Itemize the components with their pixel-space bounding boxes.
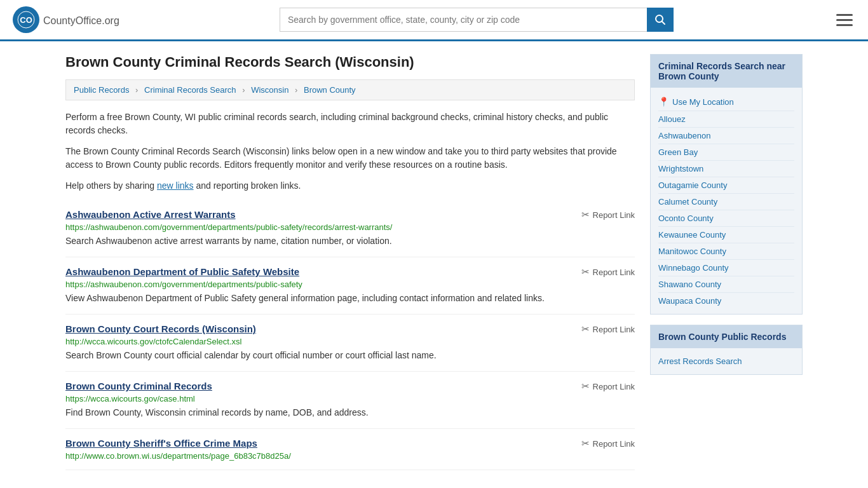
public-records-box-title: Brown County Public Records <box>651 325 802 348</box>
result-title-row: Brown County Criminal Records ✂ Report L… <box>65 381 635 392</box>
result-desc-1: View Ashwaubenon Department of Public Sa… <box>65 292 635 305</box>
intro-paragraph-2: The Brown County Criminal Records Search… <box>65 145 635 172</box>
scissors-icon: ✂ <box>581 209 590 220</box>
result-item: Brown County Court Records (Wisconsin) ✂… <box>65 315 635 372</box>
report-link-1[interactable]: ✂ Report Link <box>581 266 635 278</box>
search-input[interactable] <box>280 8 647 32</box>
result-url-2[interactable]: http://wcca.wicourts.gov/ctofcCalendarSe… <box>65 337 635 346</box>
result-url-0[interactable]: https://ashwaubenon.com/government/depar… <box>65 222 635 232</box>
nearby-link-2[interactable]: Green Bay <box>658 144 794 161</box>
intro-paragraph-1: Perform a free Brown County, WI public c… <box>65 111 635 137</box>
search-button[interactable] <box>647 8 674 32</box>
main-content: Brown County Criminal Records Search (Wi… <box>65 54 635 470</box>
result-title-row: Brown County Court Records (Wisconsin) ✂… <box>65 323 635 335</box>
results-list: Ashwaubenon Active Arrest Warrants ✂ Rep… <box>65 200 635 470</box>
new-links[interactable]: new links <box>157 180 194 191</box>
public-records-box: Brown County Public Records Arrest Recor… <box>650 325 803 375</box>
svg-line-3 <box>661 22 665 25</box>
nearby-link-11[interactable]: Waupaca County <box>658 293 794 309</box>
content-wrapper: Brown County Criminal Records Search (Wi… <box>53 41 815 483</box>
nearby-link-5[interactable]: Calumet County <box>658 194 794 210</box>
sidebar: Criminal Records Search near Brown Count… <box>650 54 803 470</box>
nearby-link-8[interactable]: Manitowoc County <box>658 243 794 260</box>
scissors-icon: ✂ <box>581 438 590 449</box>
result-title-row: Brown County Sheriff's Office Crime Maps… <box>65 438 635 449</box>
report-link-label: Report Link <box>593 210 635 220</box>
svg-text:CO: CO <box>20 15 32 25</box>
nearby-box-title: Criminal Records Search near Brown Count… <box>651 55 802 88</box>
report-link-label: Report Link <box>593 268 635 277</box>
intro-prefix: Help others by sharing <box>65 180 157 191</box>
nearby-box-body: 📍 Use My Location AllouezAshwaubenonGree… <box>651 88 802 314</box>
header: CO CountyOffice.org <box>0 0 868 41</box>
nearby-link-0[interactable]: Allouez <box>658 111 794 128</box>
page-title: Brown County Criminal Records Search (Wi… <box>65 54 635 71</box>
use-location-label: Use My Location <box>672 97 734 107</box>
result-url-1[interactable]: https://ashwaubenon.com/government/depar… <box>65 280 635 289</box>
breadcrumb-sep-3: › <box>295 85 297 95</box>
nearby-link-9[interactable]: Winnebago County <box>658 260 794 276</box>
nearby-link-4[interactable]: Outagamie County <box>658 177 794 194</box>
breadcrumb-criminal-records[interactable]: Criminal Records Search <box>144 85 236 95</box>
result-item: Ashwaubenon Department of Public Safety … <box>65 257 635 315</box>
breadcrumb: Public Records › Criminal Records Search… <box>65 79 635 100</box>
nearby-link-10[interactable]: Shawano County <box>658 276 794 293</box>
public-records-links: Arrest Records Search <box>658 353 794 369</box>
public-records-link-0[interactable]: Arrest Records Search <box>658 353 794 369</box>
breadcrumb-sep-2: › <box>242 85 245 95</box>
result-title-4[interactable]: Brown County Sheriff's Office Crime Maps <box>65 438 257 449</box>
search-icon <box>654 14 666 25</box>
result-item: Brown County Criminal Records ✂ Report L… <box>65 372 635 429</box>
result-title-1[interactable]: Ashwaubenon Department of Public Safety … <box>65 266 299 277</box>
nearby-link-6[interactable]: Oconto County <box>658 210 794 227</box>
logo-text[interactable]: CountyOffice.org <box>43 13 119 27</box>
breadcrumb-public-records[interactable]: Public Records <box>74 85 129 95</box>
use-my-location[interactable]: 📍 Use My Location <box>658 93 794 111</box>
result-desc-3: Find Brown County, Wisconsin criminal re… <box>65 406 635 419</box>
result-desc-2: Search Brown County court official calen… <box>65 349 635 362</box>
result-title-2[interactable]: Brown County Court Records (Wisconsin) <box>65 323 256 334</box>
breadcrumb-sep-1: › <box>135 85 138 95</box>
result-item: Brown County Sheriff's Office Crime Maps… <box>65 429 635 470</box>
nearby-link-1[interactable]: Ashwaubenon <box>658 128 794 144</box>
scissors-icon: ✂ <box>581 381 590 392</box>
breadcrumb-brown-county[interactable]: Brown County <box>304 85 356 95</box>
search-area <box>280 8 674 32</box>
pin-icon: 📍 <box>658 97 669 107</box>
result-title-row: Ashwaubenon Department of Public Safety … <box>65 266 635 278</box>
result-url-4[interactable]: http://www.co.brown.wi.us/departments/pa… <box>65 451 635 461</box>
menu-button[interactable] <box>834 11 855 29</box>
nearby-link-7[interactable]: Kewaunee County <box>658 227 794 243</box>
nearby-link-3[interactable]: Wrightstown <box>658 161 794 177</box>
scissors-icon: ✂ <box>581 323 590 335</box>
intro-suffix: and reporting broken links. <box>194 180 301 191</box>
report-link-2[interactable]: ✂ Report Link <box>581 323 635 335</box>
result-item: Ashwaubenon Active Arrest Warrants ✂ Rep… <box>65 200 635 257</box>
report-link-label: Report Link <box>593 325 635 334</box>
report-link-label: Report Link <box>593 382 635 391</box>
result-title-0[interactable]: Ashwaubenon Active Arrest Warrants <box>65 209 236 220</box>
result-title-row: Ashwaubenon Active Arrest Warrants ✂ Rep… <box>65 209 635 220</box>
result-title-3[interactable]: Brown County Criminal Records <box>65 381 212 391</box>
breadcrumb-wisconsin[interactable]: Wisconsin <box>251 85 288 95</box>
report-link-0[interactable]: ✂ Report Link <box>581 209 635 220</box>
nearby-links: AllouezAshwaubenonGreen BayWrightstownOu… <box>658 111 794 309</box>
report-link-4[interactable]: ✂ Report Link <box>581 438 635 449</box>
report-link-label: Report Link <box>593 439 635 449</box>
logo-icon: CO <box>13 6 39 33</box>
result-url-3[interactable]: https://wcca.wicourts.gov/case.html <box>65 394 635 403</box>
report-link-3[interactable]: ✂ Report Link <box>581 381 635 392</box>
scissors-icon: ✂ <box>581 266 590 278</box>
logo-area: CO CountyOffice.org <box>13 6 119 33</box>
nearby-box: Criminal Records Search near Brown Count… <box>650 54 803 315</box>
result-desc-0: Search Ashwaubenon active arrest warrant… <box>65 234 635 248</box>
public-records-box-body: Arrest Records Search <box>651 348 802 374</box>
intro-paragraph-3: Help others by sharing new links and rep… <box>65 179 635 193</box>
